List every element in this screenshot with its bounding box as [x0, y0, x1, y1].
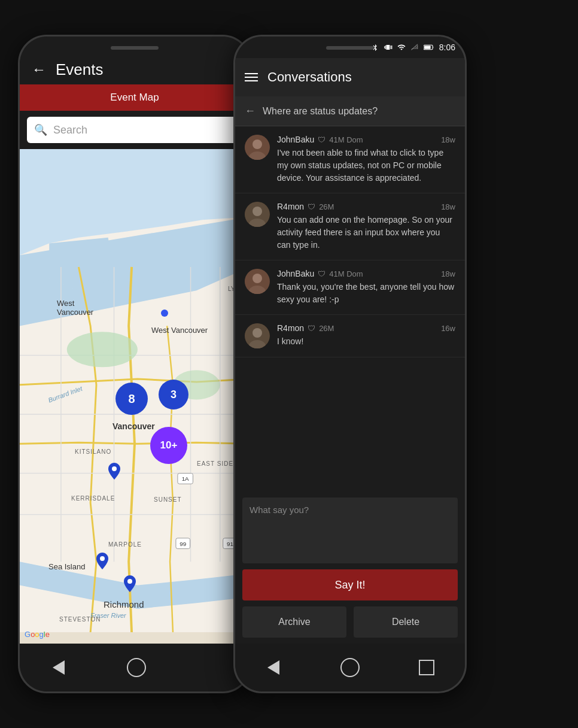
map-pin-1: [108, 463, 120, 482]
phone-left: ← Events Event Map 🔍 Search: [18, 35, 251, 693]
left-header: ← Events: [20, 37, 250, 84]
input-placeholder: What say you?: [250, 505, 309, 515]
avatar-r4mon-2: [245, 323, 270, 348]
action-bar: Archive Delete: [242, 606, 458, 638]
svg-text:99: 99: [180, 541, 186, 547]
msg-header-1: JohnBaku 🛡 41M Dom 18w: [277, 135, 455, 144]
msg-text-3: Thank you, you're the best, anyone tell …: [277, 281, 455, 306]
avatar-johnbaku-2: [245, 269, 270, 294]
archive-button[interactable]: Archive: [242, 606, 346, 638]
home-icon: [127, 658, 146, 677]
right-speaker: [326, 46, 374, 50]
svg-point-20: [253, 207, 262, 216]
right-recents-icon: [419, 660, 434, 675]
left-nav-bar: [20, 644, 250, 691]
msg-text-1: I've not been able to find what to click…: [277, 147, 455, 184]
svg-rect-15: [424, 46, 431, 48]
battery-icon: [424, 43, 434, 51]
avatar-img-2: [245, 202, 270, 227]
left-home-button[interactable]: [126, 657, 147, 678]
msg-time-1: 18w: [441, 135, 455, 144]
msg-meta-3: 41M Dom: [329, 269, 363, 278]
conversations-header: Conversations: [235, 58, 465, 96]
right-screen-content: 8:06 Conversations ← Where are status up…: [235, 37, 465, 644]
label-marpole: MARPOLE: [108, 541, 142, 548]
cluster-3[interactable]: 3: [159, 380, 188, 410]
topic-text: Where are status updates?: [263, 106, 378, 117]
avatar-r4mon-1: [245, 202, 270, 227]
signal-icon: [410, 43, 419, 51]
label-richmond: Richmond: [104, 599, 144, 609]
svg-point-13: [127, 579, 132, 584]
label-north-vancouver: West Vancouver: [151, 326, 208, 335]
msg-content-3: JohnBaku 🛡 41M Dom 18w Thank you, you're…: [277, 269, 455, 306]
message-2: R4mon 🛡 26M 18w You can add one on the h…: [235, 193, 465, 260]
svg-text:91: 91: [227, 541, 233, 547]
msg-header-3: JohnBaku 🛡 41M Dom 18w: [277, 269, 455, 278]
hamburger-menu-button[interactable]: [245, 73, 258, 81]
right-home-icon: [340, 658, 360, 677]
msg-user-3: JohnBaku 🛡 41M Dom: [277, 269, 363, 278]
cluster-10plus[interactable]: 10+: [150, 427, 187, 464]
message-3: JohnBaku 🛡 41M Dom 18w Thank you, you're…: [235, 260, 465, 315]
left-screen: ← Events Event Map 🔍 Search: [20, 37, 250, 691]
label-steveston: STEVESTON: [59, 616, 101, 623]
avatar-johnbaku-1: [245, 135, 270, 160]
right-back-button[interactable]: [263, 657, 284, 678]
avatar-img-1: [245, 135, 270, 160]
message-1: JohnBaku 🛡 41M Dom 18w I've not been abl…: [235, 126, 465, 193]
status-time: 8:06: [439, 43, 455, 52]
google-logo: Google: [25, 630, 50, 639]
topic-bar: ← Where are status updates?: [235, 96, 465, 126]
search-bar: 🔍 Search: [27, 117, 242, 143]
left-speaker: [111, 46, 159, 50]
label-vancouver: Vancouver: [112, 421, 155, 431]
left-recents-button[interactable]: [203, 659, 221, 677]
label-sunset: SUNSET: [154, 496, 182, 503]
map-area: 1A 99 91 Burrard Inlet Fraser River West…: [20, 149, 250, 644]
event-map-bar[interactable]: Event Map: [20, 84, 250, 111]
back-icon: [53, 660, 65, 675]
messages-scroll: JohnBaku 🛡 41M Dom 18w I've not been abl…: [235, 126, 465, 492]
avatar-img-3: [245, 269, 270, 294]
event-map-label: Event Map: [110, 92, 159, 104]
left-back-button[interactable]: [48, 657, 69, 678]
svg-point-11: [112, 466, 117, 471]
search-input[interactable]: Search: [53, 124, 235, 136]
msg-time-2: 18w: [441, 202, 455, 211]
label-sea-island: Sea Island: [48, 562, 85, 571]
right-home-button[interactable]: [339, 657, 361, 678]
right-recents-button[interactable]: [416, 657, 437, 678]
shield-icon-1: 🛡: [318, 135, 325, 144]
say-it-button[interactable]: Say It!: [242, 569, 458, 600]
msg-header-4: R4mon 🛡 26M 16w: [277, 323, 455, 333]
topic-back-button[interactable]: ←: [245, 105, 255, 117]
vibrate-icon: [384, 43, 393, 51]
msg-meta-2: 26M: [319, 202, 334, 211]
back-arrow-icon[interactable]: ←: [32, 61, 46, 78]
conversations-title: Conversations: [267, 69, 352, 85]
message-input-area[interactable]: What say you?: [242, 498, 458, 563]
svg-point-26: [253, 328, 262, 338]
right-screen: 8:06 Conversations ← Where are status up…: [235, 37, 465, 691]
shield-icon-3: 🛡: [318, 269, 325, 278]
msg-meta-4: 26M: [319, 324, 334, 333]
shield-icon-4: 🛡: [308, 324, 315, 333]
map-pin-2: [96, 553, 108, 572]
delete-button[interactable]: Delete: [354, 606, 458, 638]
scene: ← Events Event Map 🔍 Search: [0, 0, 578, 728]
msg-user-1: JohnBaku 🛡 41M Dom: [277, 135, 363, 144]
svg-point-23: [253, 274, 262, 283]
msg-user-2: R4mon 🛡 26M: [277, 202, 334, 211]
svg-point-12: [100, 556, 105, 561]
map-pin-3: [124, 575, 136, 594]
msg-user-4: R4mon 🛡 26M: [277, 323, 334, 333]
left-screen-content: ← Events Event Map 🔍 Search: [20, 37, 250, 644]
map-dot-blue: [161, 310, 168, 317]
msg-time-4: 16w: [441, 324, 455, 333]
events-title: Events: [56, 60, 104, 79]
cluster-8[interactable]: 8: [115, 383, 148, 415]
svg-text:1A: 1A: [182, 475, 189, 482]
label-west-vancouver: WestVancouver: [57, 299, 93, 317]
msg-time-3: 18w: [441, 269, 455, 278]
